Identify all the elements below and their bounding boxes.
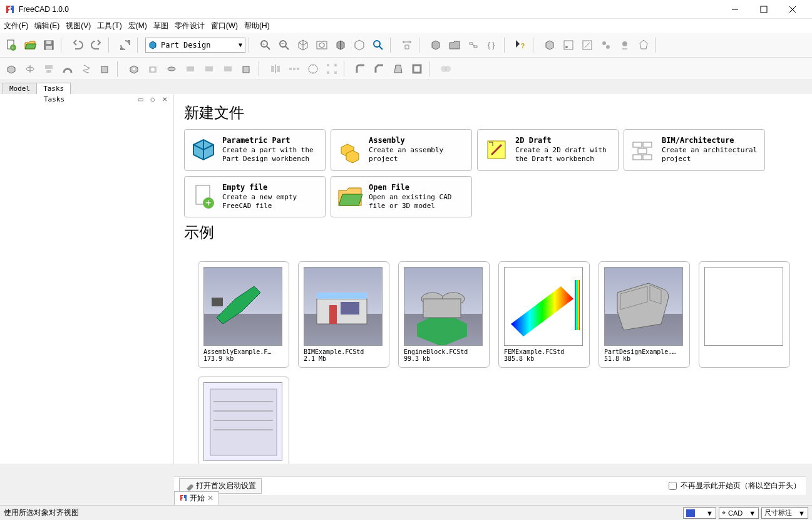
- svg-point-34: [168, 67, 175, 71]
- body-icon[interactable]: [541, 36, 558, 54]
- svg-line-11: [267, 46, 270, 49]
- revolve-icon[interactable]: [21, 60, 39, 78]
- start-page-footer: 打开首次启动设置 不再显示此开始页（将以空白开头）: [174, 476, 806, 495]
- thickness-icon[interactable]: [408, 60, 426, 78]
- view-iso-icon[interactable]: [294, 36, 312, 54]
- caliper-icon[interactable]: [398, 36, 416, 54]
- status-bar: 使用所选对象对齐视图 ▼ ⌖CAD▼ 尺寸标注▼: [0, 505, 812, 520]
- menu-macro[interactable]: 宏(M): [128, 21, 147, 31]
- card-2d-draft[interactable]: 2D DraftCreate a 2D draft with the Draft…: [477, 129, 619, 171]
- example-7[interactable]: [198, 377, 289, 464]
- doc-tab-start[interactable]: 开始 ✕: [174, 491, 219, 506]
- linear-pattern-icon[interactable]: [285, 60, 303, 78]
- boolean-icon[interactable]: [437, 60, 455, 78]
- zoom-in-icon[interactable]: +: [257, 36, 274, 54]
- tab-tasks[interactable]: Tasks: [36, 83, 71, 94]
- workbench-selector[interactable]: Part Design ▼: [145, 38, 245, 53]
- chamfer-icon[interactable]: [371, 60, 388, 78]
- svg-rect-38: [243, 66, 249, 73]
- datum-icon[interactable]: [616, 36, 634, 54]
- panel-controls[interactable]: ▭ ◇ ✕: [138, 96, 170, 103]
- groove-icon[interactable]: [163, 60, 180, 78]
- box-add-icon[interactable]: [96, 60, 114, 78]
- menu-edit[interactable]: 编辑(E): [34, 21, 59, 31]
- dim-combo[interactable]: 尺寸标注▼: [761, 507, 808, 519]
- view-section-icon[interactable]: [332, 36, 349, 54]
- menu-tools[interactable]: 工具(T): [97, 21, 121, 31]
- shape-icon[interactable]: [635, 36, 652, 54]
- sub-helix-icon[interactable]: [219, 60, 237, 78]
- svg-point-54: [445, 66, 451, 72]
- redo-icon[interactable]: [88, 36, 105, 54]
- cad-combo[interactable]: ⌖CAD▼: [719, 507, 759, 519]
- svg-rect-58: [638, 148, 647, 153]
- hole-icon[interactable]: [144, 60, 162, 78]
- sweep-icon[interactable]: [59, 60, 76, 78]
- svg-rect-68: [341, 302, 359, 315]
- card-assembly[interactable]: AssemblyCreate an assembly project: [331, 129, 472, 171]
- card-open-file[interactable]: Open FileOpen an existing CAD file or 3D…: [331, 176, 472, 218]
- card-bim[interactable]: BIM/ArchitectureCreate an architectural …: [624, 129, 765, 171]
- edit-sketch-icon[interactable]: [578, 36, 596, 54]
- part-icon[interactable]: [427, 36, 445, 54]
- sketch-icon[interactable]: [560, 36, 577, 54]
- helix-icon[interactable]: [78, 60, 95, 78]
- dont-show-checkbox-input[interactable]: [669, 482, 677, 490]
- tab-model[interactable]: Model: [3, 83, 37, 94]
- sub-loft-icon[interactable]: [182, 60, 199, 78]
- whatsthis-icon[interactable]: ?: [512, 36, 530, 54]
- group-icon[interactable]: [446, 36, 463, 54]
- svg-rect-46: [312, 64, 314, 66]
- nav-style-combo[interactable]: ▼: [683, 507, 716, 519]
- open-file-icon[interactable]: [21, 36, 39, 54]
- close-button[interactable]: [778, 0, 807, 19]
- menu-help[interactable]: 帮助(H): [244, 21, 270, 31]
- draw-style-icon[interactable]: [351, 36, 368, 54]
- zoom-out-icon[interactable]: −: [275, 36, 293, 54]
- svg-rect-39: [271, 66, 274, 72]
- refresh-icon[interactable]: [116, 36, 134, 54]
- example-partdesign[interactable]: PartDesignExample.… 51.8 kb: [599, 261, 690, 368]
- fillet-icon[interactable]: [352, 60, 369, 78]
- maximize-button[interactable]: [749, 0, 778, 19]
- example-bim[interactable]: BIMExample.FCStd 2.1 Mb: [298, 261, 389, 368]
- card-parametric-part[interactable]: Parametric PartCreate a part with the Pa…: [184, 129, 326, 171]
- loft-icon[interactable]: [40, 60, 58, 78]
- menu-view[interactable]: 视图(V): [66, 21, 91, 31]
- svg-rect-44: [297, 68, 299, 70]
- varset-icon[interactable]: { }: [483, 36, 501, 54]
- svg-point-17: [374, 41, 380, 47]
- draft-icon[interactable]: [389, 60, 407, 78]
- new-file-icon[interactable]: +: [3, 36, 20, 54]
- save-icon[interactable]: [40, 36, 58, 54]
- minimize-button[interactable]: [721, 0, 749, 19]
- tab-close-icon[interactable]: ✕: [207, 494, 213, 502]
- example-6[interactable]: [699, 261, 790, 368]
- undo-icon[interactable]: [69, 36, 86, 54]
- svg-point-24: [602, 41, 606, 45]
- svg-rect-48: [327, 64, 329, 66]
- menu-window[interactable]: 窗口(W): [211, 21, 238, 31]
- menu-sketch[interactable]: 草图: [153, 21, 168, 31]
- multi-transform-icon[interactable]: [323, 60, 341, 78]
- pocket-icon[interactable]: [125, 60, 143, 78]
- example-assembly[interactable]: AssemblyExample.F… 173.9 kb: [198, 261, 289, 368]
- menu-bar: 文件(F) 编辑(E) 视图(V) 工具(T) 宏(M) 草图 零件设计 窗口(…: [0, 19, 812, 33]
- menu-file[interactable]: 文件(F): [4, 21, 28, 31]
- example-engineblock[interactable]: EngineBlock.FCStd 99.3 kb: [398, 261, 490, 368]
- draft-icon: [483, 136, 510, 164]
- menu-partdesign[interactable]: 零件设计: [175, 21, 205, 31]
- example-fem[interactable]: FEMExample.FCStd 385.8 kb: [498, 261, 590, 368]
- clone-icon[interactable]: [597, 36, 615, 54]
- dont-show-checkbox[interactable]: 不再显示此开始页（将以空白开头）: [669, 481, 801, 491]
- measure-icon[interactable]: [369, 36, 387, 54]
- link-icon[interactable]: [465, 36, 482, 54]
- card-empty-file[interactable]: + Empty fileCreate a new empty FreeCAD f…: [184, 176, 326, 218]
- pad-icon[interactable]: [3, 60, 20, 78]
- svg-rect-35: [187, 66, 194, 71]
- sub-sweep-icon[interactable]: [200, 60, 218, 78]
- box-sub-icon[interactable]: [238, 60, 255, 78]
- view-fit-icon[interactable]: [313, 36, 331, 54]
- mirror-icon[interactable]: [267, 60, 284, 78]
- polar-pattern-icon[interactable]: [304, 60, 322, 78]
